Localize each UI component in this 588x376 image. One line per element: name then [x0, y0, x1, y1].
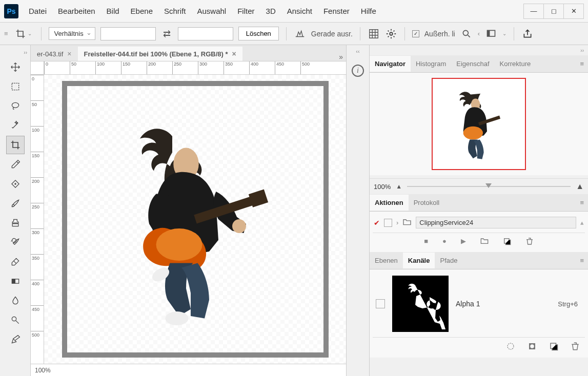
save-selection-icon[interactable] — [528, 342, 537, 352]
tab-channels[interactable]: Kanäle — [403, 253, 435, 268]
tab-histogram[interactable]: Histogram — [411, 56, 451, 72]
history-brush-tool[interactable] — [6, 233, 25, 252]
tabs-overflow-icon[interactable]: » — [339, 53, 343, 61]
magic-wand-tool[interactable] — [6, 116, 25, 135]
new-action-icon[interactable] — [503, 237, 511, 247]
straighten-icon[interactable] — [294, 28, 306, 40]
menu-help[interactable]: Hilfe — [361, 7, 376, 15]
play-icon[interactable]: ▶ — [461, 237, 466, 247]
action-set-name[interactable]: ClippingService24 — [416, 217, 576, 228]
tab-history[interactable]: Protokoll — [409, 195, 445, 211]
action-toggle-check-icon[interactable]: ✔ — [374, 219, 380, 227]
move-tool[interactable] — [6, 58, 25, 76]
clone-stamp-tool[interactable] — [6, 214, 25, 232]
crop-settings-icon[interactable] — [385, 28, 397, 40]
panel-expand-icon[interactable]: ›› — [370, 45, 588, 55]
tab-navigator[interactable]: Navigator — [370, 56, 411, 72]
ratio-select[interactable]: Verhältnis — [49, 27, 95, 40]
eraser-tool[interactable] — [6, 253, 25, 271]
menu-select[interactable]: Auswahl — [197, 7, 227, 15]
canvas[interactable] — [44, 75, 346, 364]
menu-view[interactable]: Ansicht — [287, 7, 312, 15]
info-panel-icon[interactable]: i — [352, 65, 364, 77]
channel-visibility-toggle[interactable] — [376, 299, 385, 308]
panel-menu-icon[interactable]: ≡ — [576, 257, 588, 264]
menu-type[interactable]: Schrift — [164, 7, 186, 15]
brush-tool[interactable] — [6, 194, 25, 213]
menu-image[interactable]: Bild — [107, 7, 119, 15]
load-selection-icon[interactable] — [506, 342, 515, 352]
menu-file[interactable]: Datei — [29, 7, 47, 15]
menu-3d[interactable]: 3D — [266, 7, 276, 15]
thumb-image — [438, 83, 520, 165]
tab-close-icon[interactable]: × — [232, 50, 236, 58]
document-tab-inactive[interactable]: er-043.tif × — [31, 47, 78, 61]
crop-frame[interactable] — [62, 81, 329, 358]
marquee-tool[interactable] — [6, 77, 25, 96]
workspace-icon[interactable] — [485, 28, 497, 40]
share-icon[interactable] — [521, 28, 534, 40]
tools-expand-icon[interactable]: ›› — [0, 47, 30, 57]
tab-paths[interactable]: Pfade — [435, 253, 462, 268]
swap-dimensions-icon[interactable]: ⇄ — [161, 28, 173, 39]
gradient-tool[interactable] — [6, 272, 25, 290]
zoom-level[interactable]: 100% — [35, 367, 51, 374]
folder-icon — [402, 218, 412, 227]
options-menu-icon[interactable]: ≡ — [4, 30, 8, 37]
dodge-tool[interactable] — [6, 311, 25, 329]
collapse-chevron-icon[interactable]: ‹‹ — [356, 48, 359, 54]
crop-height-input[interactable] — [178, 27, 233, 40]
stop-icon[interactable]: ■ — [424, 237, 428, 247]
action-set-row[interactable]: ✔ › ClippingService24 ▴ — [373, 215, 585, 231]
tab-adjustments[interactable]: Korrekture — [495, 56, 536, 72]
delete-pixels-checkbox[interactable]: ✓ — [412, 30, 419, 37]
maximize-button[interactable]: ◻ — [543, 4, 564, 19]
tab-properties[interactable]: Eigenschaf — [451, 56, 494, 72]
document-tab-active[interactable]: Freisteller-044.tif bei 100% (Ebene 1, R… — [78, 47, 242, 61]
crop-tool[interactable] — [6, 136, 25, 154]
navigator-zoom-value[interactable]: 100% — [374, 183, 391, 191]
zoom-in-icon[interactable]: ▲ — [576, 182, 584, 191]
close-button[interactable]: ✕ — [563, 4, 584, 19]
options-prev-icon[interactable]: ‹ — [478, 30, 480, 37]
new-set-icon[interactable] — [480, 237, 489, 247]
record-icon[interactable]: ● — [442, 237, 447, 247]
crop-width-input[interactable] — [100, 27, 156, 40]
panel-menu-icon[interactable]: ≡ — [576, 60, 588, 68]
channel-row[interactable]: Alpha 1 Strg+6 — [373, 273, 585, 335]
crop-icon — [15, 29, 26, 39]
zoom-slider[interactable] — [407, 186, 571, 187]
tab-layers[interactable]: Ebenen — [370, 253, 403, 268]
lasso-tool[interactable] — [6, 97, 25, 115]
menu-edit[interactable]: Bearbeiten — [58, 7, 95, 15]
crop-tool-indicator[interactable]: ⌄ — [13, 27, 34, 41]
delete-icon[interactable] — [525, 237, 534, 247]
healing-brush-tool[interactable] — [6, 175, 25, 193]
panel-dock-collapsed: ‹‹ i — [346, 45, 370, 376]
action-scroll-icon[interactable]: ▴ — [580, 219, 584, 226]
ruler-origin[interactable] — [31, 61, 44, 75]
minimize-button[interactable]: — — [523, 4, 544, 19]
blur-tool[interactable] — [6, 291, 25, 310]
menu-window[interactable]: Fenster — [323, 7, 350, 15]
options-dropdown-icon[interactable]: ⌄ — [502, 31, 506, 36]
search-icon[interactable] — [460, 28, 473, 40]
navigator-thumbnail[interactable] — [432, 78, 526, 170]
expand-chevron-icon[interactable]: › — [396, 219, 398, 226]
ruler-vertical[interactable]: 050100150200250300350400450500 — [31, 75, 44, 364]
zoom-out-icon[interactable]: ▲ — [396, 183, 402, 190]
action-dialog-box[interactable] — [384, 219, 392, 227]
menu-filter[interactable]: Filter — [237, 7, 254, 15]
panel-menu-icon[interactable]: ≡ — [576, 199, 588, 206]
grid-overlay-icon[interactable] — [368, 28, 380, 40]
delete-channel-icon[interactable] — [571, 342, 580, 352]
menu-layer[interactable]: Ebene — [131, 7, 153, 15]
pen-tool[interactable] — [6, 330, 25, 349]
tab-close-icon[interactable]: × — [67, 50, 71, 58]
tab-actions[interactable]: Aktionen — [370, 195, 409, 211]
ruler-horizontal[interactable]: 050100150200250300350400450500 — [44, 61, 346, 75]
new-channel-icon[interactable] — [549, 342, 558, 352]
clear-button[interactable]: Löschen — [238, 27, 279, 40]
channel-shortcut: Strg+6 — [558, 300, 578, 308]
eyedropper-tool[interactable] — [6, 155, 25, 174]
